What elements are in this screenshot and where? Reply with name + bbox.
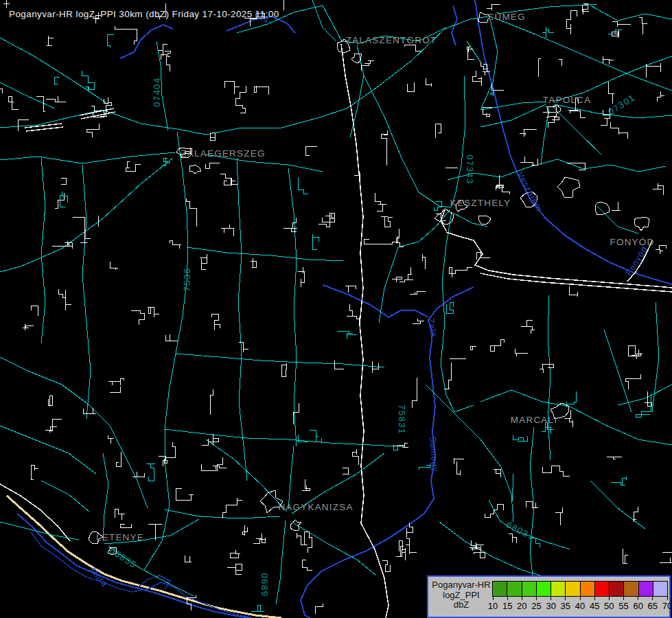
legend-tick-mark: [667, 597, 668, 600]
legend-tick-label: 65: [648, 601, 658, 611]
legend-color-cell: [639, 582, 653, 596]
water-label: Mura: [89, 565, 110, 588]
radar-viewport: SÜMEGZALASZENTGRÓTTAPOLCAZALAEGERSZEGKES…: [0, 0, 672, 618]
city-label: ZALAEGERSZEG: [181, 148, 265, 159]
legend-tick-mark: [551, 597, 551, 600]
map-canvas: SÜMEGZALASZENTGRÓTTAPOLCAZALAEGERSZEGKES…: [0, 0, 672, 618]
legend-tick-mark: [609, 597, 610, 600]
legend-color-cell: [566, 582, 580, 596]
legend-tick-label: 50: [604, 601, 614, 611]
city-label: NAGYKANIZSA: [278, 502, 353, 512]
legend-tick-label: 55: [618, 601, 628, 611]
water-label: Fonyód: [624, 244, 649, 277]
legend-color-cell: [507, 582, 522, 596]
city-label: SÜMEG: [487, 12, 526, 22]
water-label: Zala: [426, 317, 439, 338]
legend-tick-label: 25: [531, 601, 541, 611]
legend-tick-mark: [565, 597, 566, 600]
settlement-outlines-layer: [0, 0, 672, 614]
legend-color-cell: [595, 582, 610, 596]
legend-tick-label: 10: [488, 601, 498, 611]
city-label: LETENYE: [96, 532, 144, 542]
rivers-layer: [17, 0, 672, 618]
road-number-label: 6803: [505, 519, 531, 540]
legend-tick-mark: [638, 597, 638, 600]
legend-caption: Poganyvar-HR logZ_PPI dbZ: [430, 580, 493, 610]
legend-colorbar: [492, 581, 668, 597]
city-label: FONYÓD: [610, 237, 655, 247]
legend-color-cell: [537, 582, 551, 596]
road-number-label: 7536: [182, 268, 192, 292]
legend-tick-label: 60: [633, 601, 642, 611]
road-number-label: 75831: [397, 404, 407, 435]
legend-tick-label: 20: [517, 601, 526, 611]
legend-tick-label: 30: [546, 601, 555, 611]
city-label: KESZTHELY: [450, 198, 511, 208]
legend-tick-mark: [580, 597, 581, 600]
legend-color-cell: [653, 582, 667, 596]
legend-panel: Poganyvar-HR logZ_PPI dbZ 10152025303540…: [427, 575, 671, 618]
road-number-label: 06835: [108, 545, 139, 570]
legend-tick-mark: [493, 597, 494, 600]
legend-tick-mark: [507, 597, 508, 600]
legend-station: Poganyvar-HR: [430, 580, 493, 591]
legend-tick-label: 45: [590, 601, 599, 611]
legend-color-cell: [493, 582, 507, 596]
legend-unit: dbZ: [430, 600, 493, 610]
legend-tick-mark: [536, 597, 537, 600]
water-label: Veszprém: [515, 170, 544, 214]
legend-color-cell: [610, 582, 624, 596]
legend-tick-label: 35: [561, 601, 570, 611]
city-label: MARCALI: [511, 415, 557, 425]
road-number-label: 0689: [259, 573, 270, 597]
legend-color-cell: [551, 582, 566, 596]
city-label: TAPOLCA: [543, 95, 591, 105]
radar-title: Poganyvar-HR logZ_PPI 30km (dbZ) Friday …: [9, 9, 279, 19]
legend-color-cell: [522, 582, 537, 596]
legend-color-cell: [581, 582, 595, 596]
legend-tick-mark: [652, 597, 653, 600]
country-border-layer: [7, 496, 281, 618]
roads-layer: [0, 0, 672, 618]
legend-tick-mark: [623, 597, 624, 600]
city-label: ZALASZENTGRÓT: [346, 35, 437, 45]
legend-tick-mark: [594, 597, 595, 600]
legend-product: logZ_PPI: [430, 591, 493, 601]
road-number-label: 07404: [152, 77, 162, 107]
legend-tick-mark: [522, 597, 522, 600]
road-number-label: 07343: [465, 154, 475, 185]
legend-tick-label: 70: [662, 601, 672, 611]
legend-tick-label: 15: [502, 601, 512, 611]
legend-color-cell: [624, 582, 638, 596]
road-number-label: 07301: [606, 92, 637, 117]
labels-layer: SÜMEGZALASZENTGRÓTTAPOLCAZALAEGERSZEGKES…: [89, 9, 655, 597]
legend-tick-label: 40: [575, 601, 585, 611]
